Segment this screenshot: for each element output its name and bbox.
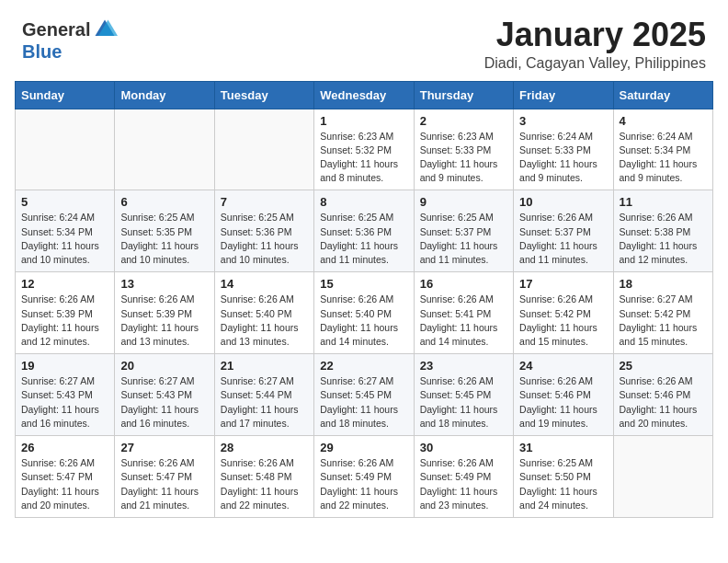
day-number: 2	[420, 114, 507, 128]
calendar-day-cell: 5Sunrise: 6:24 AMSunset: 5:34 PMDaylight…	[16, 190, 115, 272]
logo-icon	[92, 17, 118, 42]
calendar-day-cell: 24Sunrise: 6:26 AMSunset: 5:46 PMDayligh…	[514, 354, 613, 436]
day-number: 19	[21, 359, 108, 373]
day-info: Sunrise: 6:26 AMSunset: 5:47 PMDaylight:…	[21, 456, 108, 512]
day-info: Sunrise: 6:23 AMSunset: 5:32 PMDaylight:…	[320, 130, 407, 186]
calendar-day-cell	[16, 109, 115, 190]
calendar-week-row: 19Sunrise: 6:27 AMSunset: 5:43 PMDayligh…	[16, 354, 713, 436]
calendar-day-cell: 19Sunrise: 6:27 AMSunset: 5:43 PMDayligh…	[16, 354, 115, 436]
day-number: 9	[420, 195, 507, 209]
calendar-day-cell: 6Sunrise: 6:25 AMSunset: 5:35 PMDaylight…	[115, 190, 214, 272]
day-info: Sunrise: 6:26 AMSunset: 5:39 PMDaylight:…	[21, 293, 108, 349]
calendar-week-row: 12Sunrise: 6:26 AMSunset: 5:39 PMDayligh…	[16, 272, 713, 354]
calendar-day-cell: 28Sunrise: 6:26 AMSunset: 5:48 PMDayligh…	[214, 436, 313, 518]
day-number: 15	[320, 277, 407, 291]
calendar-day-cell: 20Sunrise: 6:27 AMSunset: 5:43 PMDayligh…	[115, 354, 214, 436]
calendar-day-cell: 12Sunrise: 6:26 AMSunset: 5:39 PMDayligh…	[16, 272, 115, 354]
day-info: Sunrise: 6:26 AMSunset: 5:38 PMDaylight:…	[620, 211, 707, 267]
day-number: 18	[620, 277, 707, 291]
logo: General Blue	[22, 17, 118, 62]
calendar-header-cell: Wednesday	[314, 81, 414, 109]
day-info: Sunrise: 6:25 AMSunset: 5:37 PMDaylight:…	[420, 211, 507, 267]
day-info: Sunrise: 6:26 AMSunset: 5:49 PMDaylight:…	[320, 456, 407, 512]
calendar-day-cell: 2Sunrise: 6:23 AMSunset: 5:33 PMDaylight…	[414, 109, 513, 190]
day-info: Sunrise: 6:26 AMSunset: 5:40 PMDaylight:…	[320, 293, 407, 349]
calendar-header-cell: Tuesday	[214, 81, 313, 109]
day-number: 29	[320, 441, 407, 454]
calendar-table: SundayMondayTuesdayWednesdayThursdayFrid…	[15, 81, 713, 518]
day-info: Sunrise: 6:26 AMSunset: 5:39 PMDaylight:…	[120, 293, 208, 349]
day-number: 10	[519, 195, 607, 209]
calendar-header-row: SundayMondayTuesdayWednesdayThursdayFrid…	[16, 81, 713, 109]
day-number: 22	[320, 359, 407, 373]
day-number: 3	[519, 114, 607, 128]
calendar-day-cell: 21Sunrise: 6:27 AMSunset: 5:44 PMDayligh…	[214, 354, 313, 436]
calendar-day-cell: 13Sunrise: 6:26 AMSunset: 5:39 PMDayligh…	[115, 272, 214, 354]
day-info: Sunrise: 6:26 AMSunset: 5:48 PMDaylight:…	[221, 456, 308, 512]
month-title: January 2025	[484, 17, 706, 53]
logo-blue: Blue	[22, 41, 62, 62]
day-info: Sunrise: 6:26 AMSunset: 5:40 PMDaylight:…	[221, 293, 308, 349]
day-info: Sunrise: 6:25 AMSunset: 5:50 PMDaylight:…	[519, 456, 607, 512]
calendar-header-cell: Thursday	[414, 81, 513, 109]
day-info: Sunrise: 6:26 AMSunset: 5:46 PMDaylight:…	[620, 374, 707, 431]
day-info: Sunrise: 6:27 AMSunset: 5:44 PMDaylight:…	[221, 374, 308, 431]
day-info: Sunrise: 6:26 AMSunset: 5:42 PMDaylight:…	[519, 293, 607, 349]
calendar-day-cell: 7Sunrise: 6:25 AMSunset: 5:36 PMDaylight…	[214, 190, 313, 272]
calendar-header-cell: Sunday	[16, 81, 115, 109]
calendar-day-cell: 15Sunrise: 6:26 AMSunset: 5:40 PMDayligh…	[314, 272, 414, 354]
calendar-day-cell	[613, 436, 712, 518]
location-title: Diadi, Cagayan Valley, Philippines	[484, 55, 706, 72]
day-info: Sunrise: 6:26 AMSunset: 5:37 PMDaylight:…	[519, 211, 607, 267]
page-header: General Blue January 2025 Diadi, Cagayan…	[0, 0, 728, 81]
calendar-header-cell: Friday	[514, 81, 613, 109]
day-info: Sunrise: 6:26 AMSunset: 5:45 PMDaylight:…	[420, 374, 507, 431]
day-number: 25	[620, 359, 707, 373]
calendar-day-cell: 26Sunrise: 6:26 AMSunset: 5:47 PMDayligh…	[16, 436, 115, 518]
day-number: 28	[221, 441, 308, 454]
day-number: 14	[221, 277, 308, 291]
day-number: 1	[320, 114, 407, 128]
calendar-day-cell: 11Sunrise: 6:26 AMSunset: 5:38 PMDayligh…	[613, 190, 712, 272]
day-info: Sunrise: 6:23 AMSunset: 5:33 PMDaylight:…	[420, 130, 507, 186]
day-info: Sunrise: 6:24 AMSunset: 5:34 PMDaylight:…	[21, 211, 108, 267]
calendar-day-cell: 29Sunrise: 6:26 AMSunset: 5:49 PMDayligh…	[314, 436, 414, 518]
calendar-day-cell: 3Sunrise: 6:24 AMSunset: 5:33 PMDaylight…	[514, 109, 613, 190]
calendar-day-cell: 27Sunrise: 6:26 AMSunset: 5:47 PMDayligh…	[115, 436, 214, 518]
day-info: Sunrise: 6:27 AMSunset: 5:45 PMDaylight:…	[320, 374, 407, 431]
day-info: Sunrise: 6:24 AMSunset: 5:34 PMDaylight:…	[620, 130, 707, 186]
calendar-week-row: 5Sunrise: 6:24 AMSunset: 5:34 PMDaylight…	[16, 190, 713, 272]
calendar-day-cell: 30Sunrise: 6:26 AMSunset: 5:49 PMDayligh…	[414, 436, 513, 518]
day-number: 6	[120, 195, 208, 209]
day-number: 31	[519, 441, 607, 454]
title-block: January 2025 Diadi, Cagayan Valley, Phil…	[484, 17, 706, 72]
day-info: Sunrise: 6:26 AMSunset: 5:41 PMDaylight:…	[420, 293, 507, 349]
day-info: Sunrise: 6:25 AMSunset: 5:35 PMDaylight:…	[120, 211, 208, 267]
day-number: 5	[21, 195, 108, 209]
day-info: Sunrise: 6:27 AMSunset: 5:42 PMDaylight:…	[620, 293, 707, 349]
day-number: 23	[420, 359, 507, 373]
day-info: Sunrise: 6:26 AMSunset: 5:47 PMDaylight:…	[120, 456, 208, 512]
calendar-day-cell: 14Sunrise: 6:26 AMSunset: 5:40 PMDayligh…	[214, 272, 313, 354]
day-info: Sunrise: 6:27 AMSunset: 5:43 PMDaylight:…	[120, 374, 208, 431]
calendar-day-cell: 31Sunrise: 6:25 AMSunset: 5:50 PMDayligh…	[514, 436, 613, 518]
day-number: 8	[320, 195, 407, 209]
day-number: 11	[620, 195, 707, 209]
calendar-day-cell: 8Sunrise: 6:25 AMSunset: 5:36 PMDaylight…	[314, 190, 414, 272]
day-number: 17	[519, 277, 607, 291]
day-number: 13	[120, 277, 208, 291]
day-number: 12	[21, 277, 108, 291]
day-info: Sunrise: 6:25 AMSunset: 5:36 PMDaylight:…	[320, 211, 407, 267]
day-number: 16	[420, 277, 507, 291]
calendar-header-cell: Saturday	[613, 81, 712, 109]
calendar-day-cell: 9Sunrise: 6:25 AMSunset: 5:37 PMDaylight…	[414, 190, 513, 272]
calendar-day-cell: 17Sunrise: 6:26 AMSunset: 5:42 PMDayligh…	[514, 272, 613, 354]
day-number: 21	[221, 359, 308, 373]
calendar-day-cell: 25Sunrise: 6:26 AMSunset: 5:46 PMDayligh…	[613, 354, 712, 436]
day-info: Sunrise: 6:26 AMSunset: 5:49 PMDaylight:…	[420, 456, 507, 512]
day-number: 27	[120, 441, 208, 454]
calendar-day-cell: 1Sunrise: 6:23 AMSunset: 5:32 PMDaylight…	[314, 109, 414, 190]
day-info: Sunrise: 6:27 AMSunset: 5:43 PMDaylight:…	[21, 374, 108, 431]
calendar-week-row: 1Sunrise: 6:23 AMSunset: 5:32 PMDaylight…	[16, 109, 713, 190]
day-number: 30	[420, 441, 507, 454]
